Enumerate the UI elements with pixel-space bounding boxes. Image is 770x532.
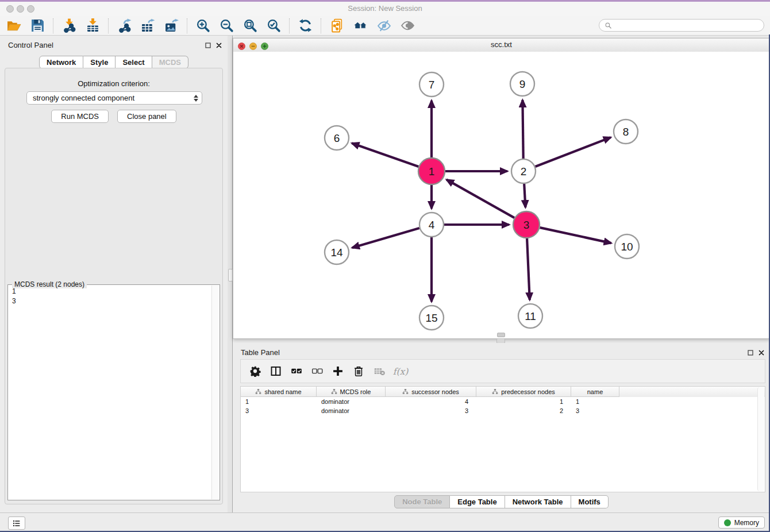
table-row[interactable]: 1dominator411 xyxy=(241,397,765,406)
graph-node-3[interactable]: 3 xyxy=(513,211,540,238)
zoom-out-button[interactable] xyxy=(215,17,238,34)
graph-node-11[interactable]: 11 xyxy=(518,304,542,328)
zoom-fit-button[interactable] xyxy=(238,17,262,34)
graph-node-14[interactable]: 14 xyxy=(325,240,349,264)
zoom-out-icon xyxy=(220,18,234,33)
result-scrollbar[interactable] xyxy=(211,286,219,499)
result-item[interactable]: 1 xyxy=(8,287,211,296)
table-cell[interactable]: dominator xyxy=(317,398,386,405)
add-button[interactable] xyxy=(329,363,346,380)
vertical-splitter[interactable] xyxy=(228,36,233,512)
table-cell[interactable]: 2 xyxy=(476,407,571,414)
net-doc-button[interactable] xyxy=(325,17,349,34)
graph-node-10[interactable]: 10 xyxy=(615,234,639,259)
column-header[interactable]: successor nodes xyxy=(386,387,476,397)
table-cell[interactable]: 3 xyxy=(571,407,619,414)
graph-edge-3-1[interactable] xyxy=(446,180,514,218)
tab-edge-table[interactable]: Edge Table xyxy=(450,495,505,508)
search-box[interactable] xyxy=(599,19,764,32)
graph-edge-3-10[interactable] xyxy=(540,228,611,243)
canvas-scroll-handle[interactable] xyxy=(497,333,505,337)
splitter-handle[interactable] xyxy=(228,269,233,282)
graph-node-1[interactable]: 1 xyxy=(418,158,445,184)
open-folder-button[interactable] xyxy=(2,17,26,34)
close-traffic-light[interactable] xyxy=(6,5,14,13)
result-item[interactable]: 3 xyxy=(8,296,211,306)
homes-icon xyxy=(353,18,368,33)
tab-network-table[interactable]: Network Table xyxy=(505,495,571,508)
save-button[interactable] xyxy=(26,17,49,34)
graph-edge-3-11[interactable] xyxy=(527,238,530,300)
column-header[interactable]: shared name xyxy=(241,387,317,397)
select-stepper-icon xyxy=(194,95,198,102)
table-cell[interactable]: 3 xyxy=(241,407,317,414)
table-cell[interactable]: 1 xyxy=(476,398,571,405)
automation-panel-button[interactable] xyxy=(8,516,25,530)
column-header[interactable]: MCDS role xyxy=(317,387,386,397)
network-canvas[interactable]: 7968124314101511 xyxy=(233,52,769,338)
import-net-button[interactable] xyxy=(57,17,81,34)
tab-network[interactable]: Network xyxy=(39,56,83,69)
refresh-button[interactable] xyxy=(294,17,317,34)
optimization-label: Optimization criterion: xyxy=(5,79,222,88)
graph-node-6[interactable]: 6 xyxy=(325,126,349,150)
application-window: Session: New Session Control Panel Netwo… xyxy=(0,0,770,532)
toolbar-separator xyxy=(321,18,322,33)
graph-edge-2-9[interactable] xyxy=(522,100,523,159)
column-header[interactable]: name xyxy=(571,387,619,397)
zoom-in-button[interactable] xyxy=(191,17,215,34)
search-input[interactable] xyxy=(615,21,759,30)
export-table-button[interactable] xyxy=(136,17,160,34)
float-panel-icon[interactable] xyxy=(205,41,211,51)
toolbar-separator xyxy=(289,18,290,33)
graph-node-2[interactable]: 2 xyxy=(511,159,536,183)
zoom-sel-button[interactable] xyxy=(262,17,286,34)
eye-hide-button[interactable] xyxy=(372,17,396,34)
uncheck-all-button[interactable] xyxy=(309,363,325,380)
close-panel-icon[interactable] xyxy=(215,41,222,51)
graph-node-4[interactable]: 4 xyxy=(419,213,444,237)
close-table-panel-icon[interactable] xyxy=(758,348,765,358)
columns-button[interactable] xyxy=(267,363,284,380)
table-scrollbar[interactable] xyxy=(757,387,764,491)
graph-node-15[interactable]: 15 xyxy=(419,306,444,330)
float-table-panel-icon[interactable] xyxy=(747,348,754,358)
tab-select[interactable]: Select xyxy=(116,56,152,69)
homes-button[interactable] xyxy=(349,17,372,34)
minimize-traffic-light[interactable] xyxy=(17,5,24,13)
eye-show-button[interactable] xyxy=(396,17,419,34)
import-table-button[interactable] xyxy=(81,17,105,34)
zoom-traffic-light[interactable] xyxy=(27,5,34,13)
graph-edge-4-14[interactable] xyxy=(352,228,419,248)
column-header-label: name xyxy=(587,388,603,395)
table-cell[interactable]: 1 xyxy=(571,398,619,405)
export-img-button[interactable] xyxy=(160,17,183,34)
tab-mcds[interactable]: MCDS xyxy=(152,56,188,69)
memory-button[interactable]: Memory xyxy=(718,516,765,529)
graph-edge-1-6[interactable] xyxy=(352,143,418,167)
column-header[interactable]: predecessor nodes xyxy=(476,387,571,397)
gear-button[interactable] xyxy=(247,363,263,380)
tab-node-table[interactable]: Node Table xyxy=(394,495,450,508)
table-cell[interactable]: dominator xyxy=(317,407,386,414)
tab-motifs[interactable]: Motifs xyxy=(571,495,609,508)
graph-node-7[interactable]: 7 xyxy=(419,72,444,97)
check-all-button[interactable] xyxy=(288,363,305,380)
trash-button[interactable] xyxy=(350,363,367,380)
export-net-button[interactable] xyxy=(113,17,136,34)
graph-node-8[interactable]: 8 xyxy=(614,119,638,144)
table-cell[interactable]: 1 xyxy=(241,398,317,405)
graph-edge-2-8[interactable] xyxy=(536,137,611,167)
table-cell[interactable]: 4 xyxy=(386,398,476,405)
run-mcds-button[interactable]: Run MCDS xyxy=(51,110,109,123)
tab-style[interactable]: Style xyxy=(83,56,116,69)
save-icon xyxy=(30,18,45,33)
mcds-panel: Optimization criterion: strongly connect… xyxy=(5,68,223,504)
graph-node-9[interactable]: 9 xyxy=(510,72,534,96)
table-cell[interactable]: 3 xyxy=(386,407,476,414)
close-panel-button[interactable]: Close panel xyxy=(117,110,176,123)
graph-edge-2-3[interactable] xyxy=(524,184,525,207)
table-row[interactable]: 3dominator323 xyxy=(241,406,765,415)
criterion-select[interactable]: strongly connected component xyxy=(26,91,202,105)
add-icon xyxy=(332,365,344,377)
